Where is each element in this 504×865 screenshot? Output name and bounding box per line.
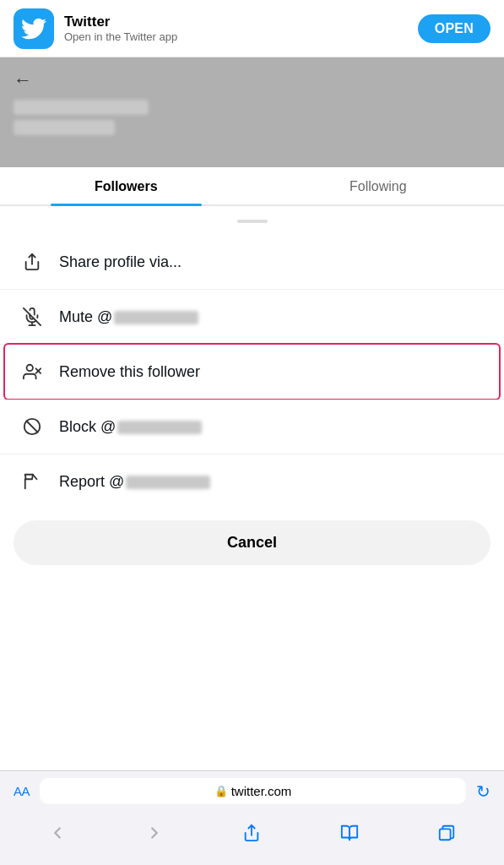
svg-line-8 xyxy=(27,422,38,432)
app-banner-subtitle: Open in the Twitter app xyxy=(64,30,408,43)
block-icon xyxy=(20,415,44,438)
svg-rect-11 xyxy=(440,829,451,840)
tab-followers[interactable]: Followers xyxy=(0,167,252,204)
url-text: twitter.com xyxy=(231,784,292,798)
remove-follower-icon xyxy=(20,360,44,384)
remove-follower-item[interactable]: Remove this follower xyxy=(5,345,499,399)
app-banner: Twitter Open in the Twitter app OPEN xyxy=(0,0,504,57)
profile-name-blur xyxy=(14,100,149,115)
safari-back-button[interactable] xyxy=(39,818,76,848)
block-item[interactable]: Block @ xyxy=(0,400,504,454)
profile-background: ← xyxy=(0,57,504,167)
report-label: Report @ xyxy=(59,473,210,491)
block-username-blur xyxy=(117,421,202,434)
safari-forward-button[interactable] xyxy=(136,818,173,848)
back-button[interactable]: ← xyxy=(14,69,32,91)
safari-bookmarks-button[interactable] xyxy=(331,818,368,848)
profile-handle-blur xyxy=(14,120,115,135)
twitter-app-icon xyxy=(14,8,54,49)
safari-url-bar: AA 🔒 twitter.com ↻ xyxy=(0,771,504,811)
safari-aa-button[interactable]: AA xyxy=(14,784,30,798)
share-profile-item[interactable]: Share profile via... xyxy=(0,235,504,289)
safari-tabs-button[interactable] xyxy=(428,818,465,848)
open-app-button[interactable]: OPEN xyxy=(418,14,490,43)
remove-follower-label: Remove this follower xyxy=(59,363,200,381)
safari-nav-bar xyxy=(0,811,504,865)
cancel-button[interactable]: Cancel xyxy=(14,520,490,565)
mute-icon xyxy=(20,305,44,329)
safari-share-button[interactable] xyxy=(233,818,270,848)
share-profile-label: Share profile via... xyxy=(59,253,182,271)
mute-username-blur xyxy=(114,311,198,324)
followers-tabs: Followers Following xyxy=(0,167,504,206)
mute-label: Mute @ xyxy=(59,308,198,326)
cancel-button-wrap: Cancel xyxy=(0,509,504,574)
action-sheet: Share profile via... Mute @ xyxy=(0,206,504,590)
app-banner-title: Twitter xyxy=(64,14,408,30)
block-label: Block @ xyxy=(59,418,202,436)
report-icon xyxy=(20,470,44,493)
report-username-blur xyxy=(126,476,210,489)
report-item[interactable]: Report @ xyxy=(0,454,504,509)
safari-toolbar: AA 🔒 twitter.com ↻ xyxy=(0,770,504,865)
sheet-handle xyxy=(237,220,268,223)
svg-point-4 xyxy=(27,365,33,371)
tab-following[interactable]: Following xyxy=(252,167,505,204)
app-banner-text: Twitter Open in the Twitter app xyxy=(64,14,408,43)
safari-refresh-button[interactable]: ↻ xyxy=(476,781,490,802)
lock-icon: 🔒 xyxy=(214,785,228,797)
safari-url-field[interactable]: 🔒 twitter.com xyxy=(40,778,466,804)
share-icon xyxy=(20,250,44,274)
mute-item[interactable]: Mute @ xyxy=(0,290,504,344)
